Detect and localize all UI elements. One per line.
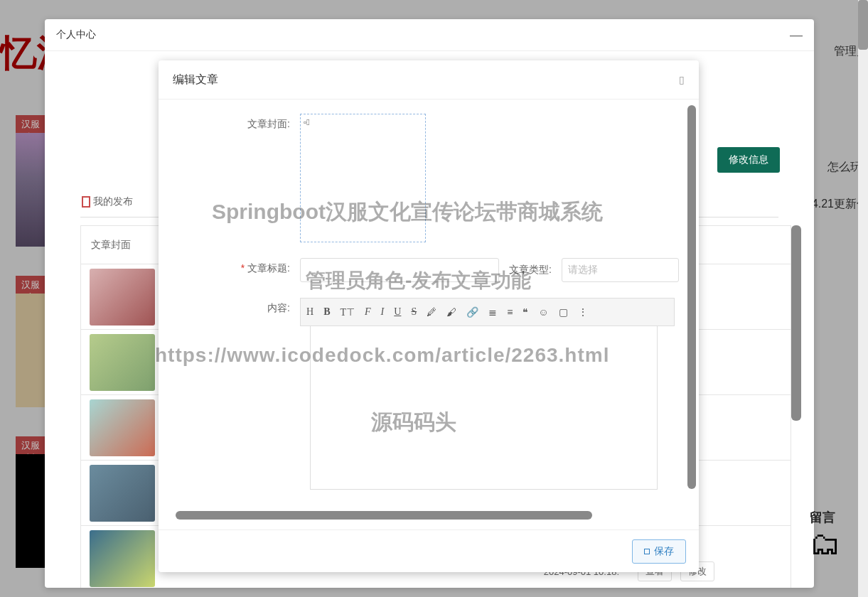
modal-footer: 保存 [159, 529, 699, 572]
my-posts-icon [82, 196, 90, 208]
row-cover-image [90, 334, 155, 391]
modal-vertical-scrollbar[interactable] [687, 105, 696, 489]
edit-article-modal: 编辑文章 ▯ 文章封面: ▫⃞ 文章标题: 文章类型: 请选择 内容: H B [159, 60, 699, 572]
quote-button[interactable]: ❝ [523, 306, 528, 318]
save-button[interactable]: 保存 [632, 539, 686, 564]
modal-header: 编辑文章 ▯ [159, 60, 699, 100]
modal-title: 编辑文章 [173, 72, 218, 87]
emoji-button[interactable]: ☺ [538, 306, 548, 318]
italic-button[interactable]: I [381, 306, 385, 318]
cover-label: 文章封面: [176, 114, 300, 131]
panel1-title: 个人中心 [56, 28, 96, 41]
brush-button[interactable]: 🖌 [446, 306, 456, 318]
modify-info-button[interactable]: 修改信息 [717, 147, 780, 173]
content-editor[interactable] [310, 326, 658, 490]
align-button[interactable]: ≡ [507, 306, 513, 318]
article-type-select[interactable]: 请选择 [562, 258, 679, 282]
link-button[interactable]: 🔗 [466, 306, 478, 318]
row-cover-image [90, 269, 155, 326]
cover-upload[interactable]: ▫⃞ [300, 114, 426, 242]
page-scrollbar-thumb[interactable] [858, 0, 868, 50]
content-row: 内容: H B T⊤ F I U S 🖉 🖌 🔗 ≣ ≡ ❝ ☺ ▢ ⋮ [176, 298, 682, 326]
underline-button[interactable]: U [394, 306, 401, 318]
content-label: 内容: [176, 298, 300, 315]
bold-button[interactable]: B [323, 306, 330, 318]
image-button[interactable]: ▢ [559, 306, 568, 318]
row-cover-image [90, 399, 155, 456]
modal-horizontal-scrollbar[interactable] [176, 511, 592, 520]
cover-row: 文章封面: ▫⃞ [176, 114, 682, 242]
page-scrollbar-track[interactable] [858, 0, 868, 597]
list-button[interactable]: ≣ [488, 306, 497, 318]
title-type-row: 文章标题: 文章类型: 请选择 [176, 258, 682, 282]
heading-button[interactable]: H [306, 306, 314, 318]
table-vertical-scrollbar[interactable] [791, 225, 801, 421]
title-label: 文章标题: [176, 258, 300, 275]
my-posts-tab[interactable]: 我的发布 [82, 195, 133, 208]
row-cover-image [90, 465, 155, 522]
save-label: 保存 [654, 545, 674, 558]
type-placeholder: 请选择 [568, 264, 598, 276]
more-icon[interactable]: ⋮ [578, 306, 588, 318]
minimize-button[interactable]: — [790, 28, 803, 43]
highlight-button[interactable]: 🖉 [427, 306, 436, 318]
strike-button[interactable]: S [411, 306, 417, 318]
panel1-header: 个人中心 — [45, 19, 814, 51]
broken-image-icon: ▫⃞ [304, 117, 310, 127]
font-button[interactable]: F [365, 306, 371, 318]
fontsize-button[interactable]: T⊤ [340, 306, 355, 318]
my-posts-label: 我的发布 [93, 195, 133, 208]
editor-toolbar: H B T⊤ F I U S 🖉 🖌 🔗 ≣ ≡ ❝ ☺ ▢ ⋮ [300, 298, 675, 326]
save-icon [644, 549, 650, 554]
close-button[interactable]: ▯ [679, 74, 685, 85]
type-label: 文章类型: [509, 264, 552, 276]
article-title-input[interactable] [300, 258, 499, 282]
